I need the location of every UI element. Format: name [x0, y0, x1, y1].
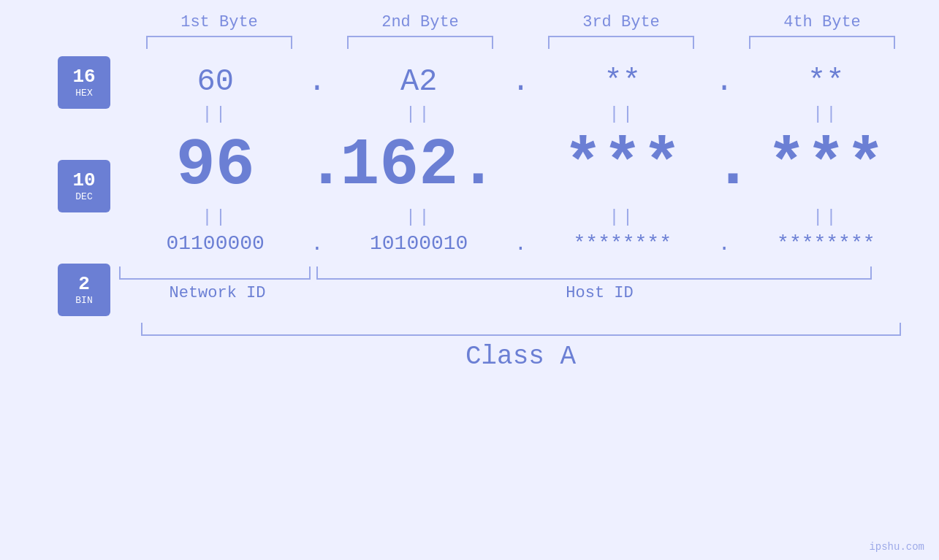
- dec-b2: 162.: [331, 133, 506, 199]
- equals-row-1: || || || ||: [119, 100, 923, 129]
- values-section: 60 . A2 . ** . ** || || || || 96: [119, 56, 923, 372]
- dec-badge-label: DEC: [75, 191, 92, 202]
- bin-b3: ********: [535, 231, 710, 256]
- bin-b4: ********: [738, 231, 913, 256]
- eq1-b3: ||: [535, 104, 710, 124]
- bin-dot2: .: [509, 233, 531, 256]
- badges-column: 16 HEX 10 DEC 2 BIN: [17, 56, 119, 331]
- hex-value-row: 60 . A2 . ** . **: [119, 64, 923, 100]
- hex-dot2: .: [509, 64, 531, 99]
- bin-value-row: 01100000 . 10100010 . ******** . *******…: [119, 231, 923, 256]
- hex-b1: 60: [128, 64, 303, 100]
- watermark: ipshu.com: [869, 541, 924, 553]
- dec-b3: ***: [535, 133, 710, 199]
- bracket-1: [146, 36, 292, 49]
- bracket-4: [749, 36, 895, 49]
- host-id-bracket: [316, 266, 872, 280]
- dec-b1: 96: [128, 133, 303, 199]
- byte2-header: 2nd Byte: [332, 13, 508, 31]
- hex-b2: A2: [331, 64, 506, 100]
- top-brackets: [119, 36, 923, 49]
- host-id-label: Host ID: [322, 284, 878, 302]
- dec-badge: 10 DEC: [58, 160, 110, 212]
- byte4-header: 4th Byte: [734, 13, 910, 31]
- eq2-b3: ||: [535, 207, 710, 227]
- outer-bracket-row: [119, 312, 923, 336]
- bin-dot3: .: [713, 233, 735, 256]
- eq2-b1: ||: [128, 207, 303, 227]
- dec-value-row: 96 . 162. *** . ***: [119, 129, 923, 203]
- byte-headers-row: 1st Byte 2nd Byte 3rd Byte 4th Byte: [119, 13, 923, 31]
- hex-b3: **: [535, 64, 710, 100]
- hex-dot3: .: [713, 64, 735, 99]
- bin-b1: 01100000: [128, 231, 303, 256]
- dec-dot1: .: [306, 129, 328, 203]
- eq2-b2: ||: [331, 207, 506, 227]
- bin-badge: 2 BIN: [58, 264, 110, 316]
- bin-badge-num: 2: [78, 274, 90, 295]
- dec-b4: ***: [738, 133, 913, 199]
- hex-badge-label: HEX: [75, 88, 92, 99]
- bracket-2: [347, 36, 493, 49]
- hex-dot1: .: [306, 64, 328, 99]
- equals-row-2: || || || ||: [119, 203, 923, 231]
- dec-badge-num: 10: [72, 170, 95, 191]
- eq1-b4: ||: [738, 104, 913, 124]
- bin-badge-label: BIN: [75, 295, 92, 306]
- main-area: 16 HEX 10 DEC 2 BIN 60 . A2 . ** . **: [17, 56, 923, 372]
- network-id-bracket: [119, 266, 311, 280]
- main-container: 1st Byte 2nd Byte 3rd Byte 4th Byte 16 H…: [0, 0, 939, 560]
- byte3-header: 3rd Byte: [533, 13, 709, 31]
- bottom-brackets-row: [119, 266, 923, 280]
- dec-dot3: .: [713, 129, 735, 203]
- bracket-3: [548, 36, 694, 49]
- id-labels-row: Network ID Host ID: [119, 284, 923, 302]
- hex-badge: 16 HEX: [58, 56, 110, 109]
- hex-badge-num: 16: [72, 66, 95, 88]
- outer-bracket: [141, 323, 901, 336]
- bin-dot1: .: [306, 233, 328, 256]
- eq1-b2: ||: [331, 104, 506, 124]
- eq1-b1: ||: [128, 104, 303, 124]
- class-label: Class A: [465, 342, 576, 372]
- network-id-label: Network ID: [119, 284, 316, 302]
- byte1-header: 1st Byte: [132, 13, 307, 31]
- hex-b4: **: [738, 64, 913, 100]
- class-label-row: Class A: [119, 336, 923, 372]
- bin-b2: 10100010: [331, 231, 506, 256]
- eq2-b4: ||: [738, 207, 913, 227]
